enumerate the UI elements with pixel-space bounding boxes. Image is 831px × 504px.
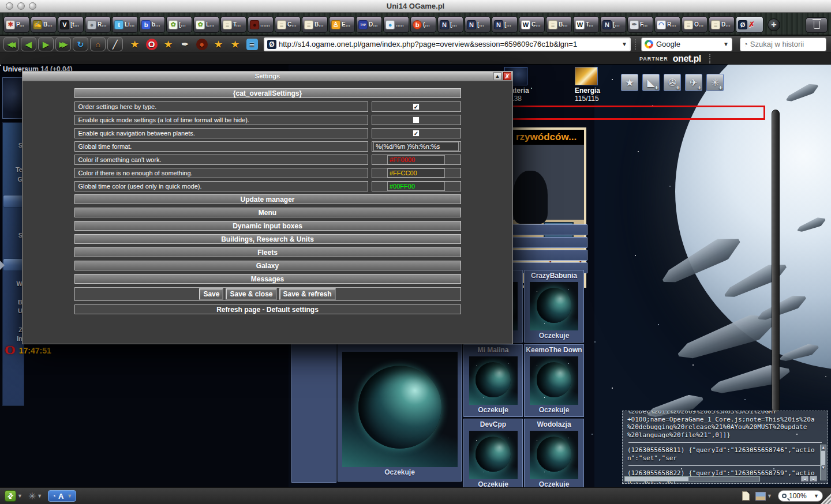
fan-dropdown-icon[interactable]: ▼ — [37, 493, 42, 499]
fit-to-width-button[interactable]: ⇄ — [5, 490, 16, 502]
tab[interactable]: ✱P... — [3, 16, 29, 33]
tab[interactable]: N[... — [492, 16, 518, 33]
section-header[interactable]: Update manager — [74, 194, 461, 204]
tab-active[interactable]: Ø✗ — [736, 16, 763, 33]
player-name[interactable]: KeemoThe Down — [525, 346, 583, 355]
tab[interactable]: N[... — [465, 16, 491, 33]
images-dropdown-icon[interactable]: ▼ — [767, 493, 772, 499]
planet-image[interactable] — [469, 431, 518, 479]
planet-cell[interactable]: Mi MalinaOczekuje — [463, 344, 523, 417]
page-info-icon[interactable] — [742, 491, 750, 501]
dialog-category-header[interactable]: {cat_overallSettings} — [74, 88, 461, 98]
save-close-button[interactable]: Save & close — [226, 288, 276, 300]
note-button[interactable]: ╱ — [107, 37, 123, 51]
dialog-rollup-icon[interactable]: ▲ — [493, 72, 501, 80]
scroll-left-icon[interactable]: ◀ — [801, 476, 808, 482]
tab[interactable]: ●R... — [85, 16, 111, 33]
tab[interactable]: bb... — [139, 16, 165, 33]
planet-image[interactable] — [530, 282, 578, 330]
tab[interactable]: V[t... — [58, 16, 84, 33]
bookmark-star-4-button[interactable]: ★ — [227, 37, 243, 51]
zoom-window-icon[interactable] — [29, 2, 36, 10]
page-scrollbar[interactable] — [772, 110, 780, 412]
checkbox[interactable] — [413, 116, 420, 123]
tab[interactable]: ≡D... — [709, 16, 735, 33]
history-search-box[interactable]: ◔ — [740, 37, 826, 51]
tab[interactable]: ✿L... — [193, 16, 219, 33]
tab[interactable]: ◠R... — [654, 16, 680, 33]
close-window-icon[interactable] — [6, 2, 13, 10]
sidebar-collapse-icon[interactable] — [0, 261, 5, 270]
tab[interactable]: ✍B... — [31, 16, 57, 33]
tab[interactable]: ≡B... — [302, 16, 328, 33]
resource-energy[interactable]: Energia 115/115 — [575, 67, 615, 103]
tab[interactable]: ≡B... — [546, 16, 572, 33]
time-font-button[interactable]: ◔ A ▼ — [48, 490, 76, 502]
new-tab-button[interactable]: + — [768, 18, 780, 31]
section-header[interactable]: Fleets — [74, 247, 461, 257]
officer-3-button[interactable]: ✈+ — [685, 74, 702, 91]
officer-4-button[interactable]: ✳+ — [706, 74, 724, 91]
onet-logo[interactable]: onet.pl — [673, 54, 701, 64]
notes-bookmark-button[interactable]: ≡ — [244, 37, 260, 51]
tab[interactable]: tLi... — [112, 16, 138, 33]
scroll-down-icon[interactable]: ▼ — [821, 465, 826, 471]
checkbox[interactable]: ✓ — [413, 130, 420, 137]
closed-tabs-trash-button[interactable] — [806, 17, 828, 33]
ball-bookmark-button[interactable]: ● — [194, 37, 209, 51]
tab[interactable]: WT... — [573, 16, 599, 33]
dialog-close-icon[interactable]: ✗ — [503, 72, 511, 80]
scroll-up-icon[interactable]: ▲ — [821, 445, 826, 450]
address-bar[interactable]: Ø ▼ — [264, 37, 631, 51]
url-input[interactable] — [279, 40, 619, 48]
tab[interactable]: N[... — [437, 16, 463, 33]
tab[interactable]: ♙E... — [329, 16, 355, 33]
scroll-right-icon[interactable]: ▶ — [810, 476, 817, 482]
console-horizontal-scrollbar[interactable] — [624, 476, 760, 482]
history-search-input[interactable] — [750, 40, 823, 48]
bookmark-star-2-button[interactable]: ★ — [160, 37, 176, 51]
dialog-titlebar[interactable]: Settings ▲ ✗ — [23, 72, 512, 81]
section-header[interactable]: Messages — [74, 274, 461, 284]
save-refresh-button[interactable]: Save & refresh — [279, 288, 336, 300]
images-toggle-icon[interactable] — [755, 492, 766, 501]
tab[interactable]: ●..... — [383, 16, 409, 33]
section-header[interactable]: Menu — [74, 208, 461, 217]
officer-1-button[interactable]: ◣+ — [642, 74, 660, 91]
tab-close-icon[interactable]: ✗ — [748, 20, 755, 29]
checkbox[interactable]: ✓ — [413, 103, 420, 110]
setting-input[interactable] — [373, 142, 459, 151]
setting-input[interactable] — [387, 182, 445, 191]
tab[interactable]: b(... — [410, 16, 436, 33]
forward-button[interactable]: ▶ — [38, 37, 54, 51]
player-name[interactable]: Wodolazja — [525, 420, 583, 430]
setting-input[interactable] — [387, 155, 445, 164]
setting-input[interactable] — [387, 168, 445, 178]
search-engine-dropdown-icon[interactable]: ▼ — [723, 41, 729, 47]
highscore-star-button[interactable]: ★ — [621, 74, 638, 91]
scroll-thumb[interactable] — [625, 477, 688, 481]
section-header[interactable]: Galaxy — [74, 261, 461, 270]
planet-image[interactable] — [530, 431, 578, 479]
url-dropdown-icon[interactable]: ▼ — [622, 41, 627, 47]
planet-image[interactable] — [530, 356, 578, 405]
save-button[interactable]: Save — [199, 288, 223, 300]
console-scroll-arrows[interactable]: ◀▶ — [801, 476, 817, 482]
planet-cell[interactable]: CrazyBabuniaOczekuje — [524, 270, 584, 343]
player-name[interactable]: Mi Malina — [464, 346, 522, 355]
minimize-window-icon[interactable] — [17, 2, 25, 10]
dialog-footer-button[interactable]: Refresh page - Default settings — [74, 304, 461, 314]
sidebar-button[interactable] — [3, 195, 24, 208]
planet-image[interactable] — [469, 356, 518, 405]
planet-cell[interactable]: KeemoThe DownOczekuje — [524, 344, 584, 417]
opera-bookmark-button[interactable]: O — [144, 37, 159, 51]
fast-forward-button[interactable]: ▶▶ — [55, 37, 71, 51]
planet-cell[interactable]: WodolazjaOczekuje — [524, 419, 584, 487]
rewind-button[interactable]: ◀◀ — [3, 37, 19, 51]
scroll-thumb[interactable] — [821, 451, 825, 465]
tab[interactable]: N[... — [600, 16, 626, 33]
bookmark-star-1-button[interactable]: ★ — [127, 37, 143, 51]
back-button[interactable]: ◀ — [21, 37, 36, 51]
planet-image[interactable] — [342, 352, 458, 467]
turbo-fan-icon[interactable]: ✳ — [28, 491, 36, 502]
